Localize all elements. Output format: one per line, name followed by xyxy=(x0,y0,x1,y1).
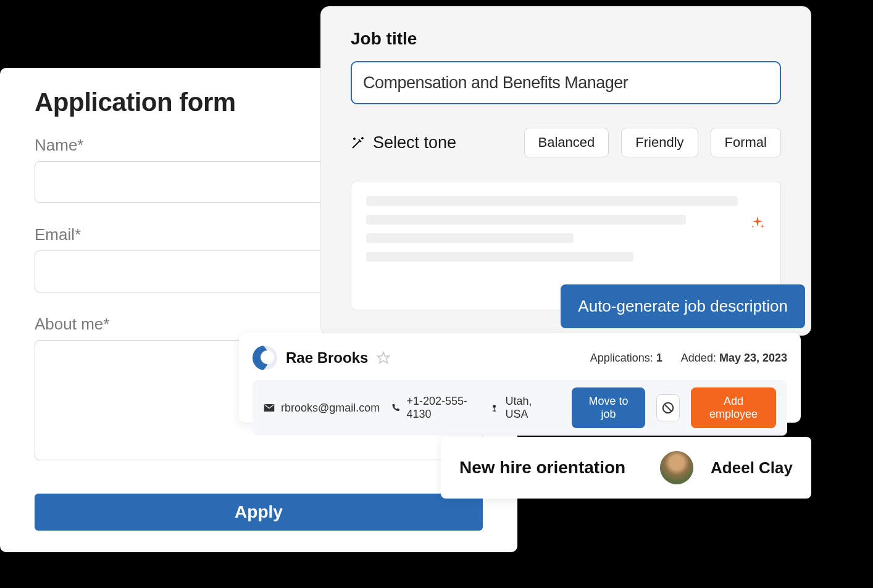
skeleton-line xyxy=(366,233,574,243)
skeleton-line xyxy=(366,215,686,225)
apply-button[interactable]: Apply xyxy=(35,494,483,531)
job-title-input[interactable] xyxy=(351,61,781,104)
person-avatar xyxy=(660,451,693,484)
move-to-job-button[interactable]: Move to job xyxy=(572,387,645,428)
added-date: Added: May 23, 2023 xyxy=(681,352,787,365)
tone-row: Select tone Balanced Friendly Formal xyxy=(351,128,781,157)
svg-point-2 xyxy=(493,405,496,408)
star-icon[interactable] xyxy=(377,351,390,365)
envelope-icon xyxy=(264,402,275,413)
tone-formal-button[interactable]: Formal xyxy=(711,128,781,157)
job-description-card: Job title Select tone Balanced Friendly … xyxy=(320,6,811,336)
magic-wand-icon xyxy=(351,135,365,150)
phone-icon xyxy=(391,402,400,413)
candidate-card: Rae Brooks Applications: 1 Added: May 23… xyxy=(239,333,801,423)
candidate-location: Utah, USA xyxy=(490,395,549,421)
reject-button[interactable] xyxy=(656,394,680,421)
skeleton-line xyxy=(366,252,633,262)
svg-marker-0 xyxy=(378,352,389,363)
orientation-card: New hire orientation Adeel Clay xyxy=(441,437,811,499)
candidate-header: Rae Brooks Applications: 1 Added: May 23… xyxy=(253,346,787,370)
person-name: Adeel Clay xyxy=(711,458,793,478)
applications-count: Applications: 1 xyxy=(590,352,662,365)
orientation-title: New hire orientation xyxy=(459,458,643,478)
candidate-email: rbrooks@gmail.com xyxy=(264,402,380,415)
tone-balanced-button[interactable]: Balanced xyxy=(524,128,609,157)
map-pin-icon xyxy=(490,402,499,413)
candidate-contact-bar: rbrooks@gmail.com +1-202-555-4130 Utah, … xyxy=(253,380,787,436)
candidate-meta: Applications: 1 Added: May 23, 2023 xyxy=(590,352,787,365)
sparkles-icon xyxy=(750,215,766,231)
job-title-label: Job title xyxy=(351,29,781,49)
candidate-phone: +1-202-555-4130 xyxy=(391,395,478,421)
add-employee-button[interactable]: Add employee xyxy=(691,387,776,428)
skeleton-line xyxy=(366,196,738,206)
auto-generate-button[interactable]: Auto-generate job description xyxy=(561,284,805,328)
description-preview-box: Auto-generate job description xyxy=(351,181,781,310)
tone-friendly-button[interactable]: Friendly xyxy=(621,128,698,157)
candidate-avatar xyxy=(253,346,277,370)
select-tone-label: Select tone xyxy=(373,133,512,152)
svg-line-4 xyxy=(665,405,672,412)
candidate-name: Rae Brooks xyxy=(286,349,368,366)
prohibit-icon xyxy=(661,401,675,415)
